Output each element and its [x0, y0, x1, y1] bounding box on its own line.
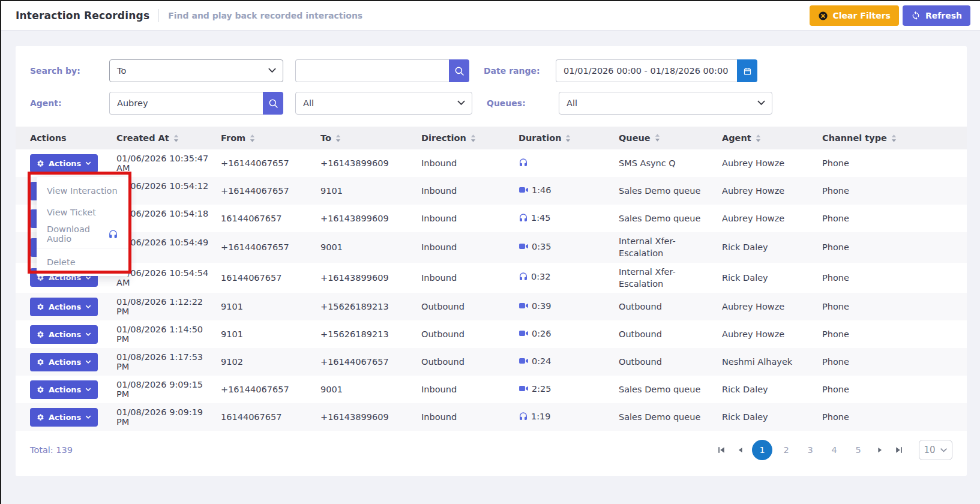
- sort-icon[interactable]: [470, 134, 476, 142]
- sort-icon[interactable]: [250, 134, 255, 142]
- from-cell: 16144067657: [221, 412, 320, 422]
- filters-section: Search by: To Date range: Agent:: [16, 46, 967, 115]
- filter-row-1: Search by: To Date range:: [30, 59, 952, 82]
- channel-type-cell: Phone: [822, 158, 967, 168]
- agent-search-button[interactable]: [263, 92, 283, 115]
- to-cell: 9001: [320, 385, 421, 394]
- filter-row-2: Agent: All Queues: All: [30, 92, 952, 115]
- created-at-cell: 01/08/2026 1:12:22 PM: [116, 297, 221, 316]
- page-button-5[interactable]: 5: [848, 440, 868, 460]
- menu-item-view-ticket[interactable]: View Ticket: [37, 202, 128, 223]
- column-header-from: From: [221, 133, 320, 143]
- queue-cell: Outbound: [619, 298, 722, 316]
- page-button-1[interactable]: 1: [752, 440, 772, 460]
- from-cell: 16144067657: [221, 273, 320, 283]
- agent-cell: Rick Daley: [722, 242, 822, 252]
- agent-cell: Aubrey Howze: [722, 302, 822, 311]
- sort-icon[interactable]: [335, 134, 341, 142]
- actions-button[interactable]: Actions: [30, 298, 98, 316]
- chevron-down-icon: [85, 304, 91, 309]
- prev-page-button[interactable]: [733, 442, 748, 458]
- to-cell: +16143899609: [320, 158, 421, 168]
- to-cell: 9001: [320, 242, 421, 252]
- headphones-icon: [519, 272, 528, 281]
- chevron-down-icon: [268, 66, 277, 76]
- column-header-actions: Actions: [16, 133, 116, 143]
- page-button-2[interactable]: 2: [776, 440, 796, 460]
- table-row: Actions 01/06/2026 10:54:54 AM 161440676…: [16, 263, 967, 293]
- video-camera-icon: [519, 328, 529, 338]
- table-row: Actions 01/08/2026 9:09:19 PM 1614406765…: [16, 403, 967, 431]
- actions-button[interactable]: Actions: [30, 380, 98, 399]
- from-cell: +16144067657: [221, 242, 320, 252]
- queue-cell: SMS Async Q: [619, 154, 722, 172]
- sort-icon[interactable]: [565, 134, 571, 142]
- created-at-cell: 01/06/2026 10:35:47 AM: [116, 154, 221, 173]
- actions-button[interactable]: Actions: [30, 154, 98, 173]
- from-cell: 16144067657: [221, 214, 320, 223]
- video-camera-icon: [519, 383, 529, 394]
- agent-cell: Neshmi Alhayek: [722, 357, 822, 367]
- agent-cell: Rick Daley: [722, 412, 822, 422]
- duration-cell: 0:39: [519, 301, 619, 313]
- search-icon: [454, 66, 464, 76]
- queue-cell: Internal Xfer-Escalation: [619, 232, 722, 263]
- created-at-cell: 01/08/2026 1:17:53 PM: [116, 352, 221, 371]
- search-button[interactable]: [449, 59, 469, 82]
- page-size-select[interactable]: 10: [919, 440, 952, 460]
- video-camera-icon: [519, 241, 529, 251]
- direction-cell: Inbound: [421, 214, 519, 223]
- table-row: Actions 01/08/2026 9:09:15 PM +161440676…: [16, 376, 967, 403]
- queues-select[interactable]: All: [559, 92, 772, 115]
- direction-cell: Inbound: [421, 158, 519, 168]
- actions-button-label: Actions: [49, 159, 81, 168]
- first-page-button[interactable]: [714, 442, 729, 458]
- next-page-button[interactable]: [872, 442, 888, 458]
- actions-button[interactable]: Actions: [30, 408, 98, 427]
- sort-icon[interactable]: [173, 134, 179, 142]
- circle-x-icon: [818, 11, 828, 21]
- calendar-button[interactable]: [737, 59, 757, 82]
- channel-type-cell: Phone: [822, 329, 967, 339]
- refresh-button[interactable]: Refresh: [903, 5, 970, 26]
- actions-button[interactable]: Actions: [30, 325, 98, 344]
- queues-value: All: [567, 98, 577, 108]
- agent-cell: Rick Daley: [722, 385, 822, 394]
- menu-item-download-audio[interactable]: Download Audio: [37, 223, 128, 245]
- sort-icon[interactable]: [891, 134, 897, 142]
- direction-cell: Outbound: [421, 357, 519, 367]
- search-by-select[interactable]: To: [109, 59, 283, 82]
- actions-button-label: Actions: [49, 330, 81, 339]
- table-row: Actions 01/08/2026 1:17:53 PM 9102 +1614…: [16, 348, 967, 376]
- actions-cell: Actions: [16, 298, 116, 316]
- refresh-icon: [911, 11, 921, 20]
- clear-filters-button[interactable]: Clear Filters: [810, 5, 899, 26]
- search-input[interactable]: [295, 59, 449, 82]
- actions-button-label: Actions: [49, 358, 81, 367]
- actions-dropdown-menu: View Interaction View Ticket Download Au…: [37, 177, 128, 276]
- page-button-3[interactable]: 3: [800, 440, 820, 460]
- menu-item-view-interaction[interactable]: View Interaction: [37, 180, 128, 202]
- date-range-input[interactable]: [556, 59, 737, 82]
- calendar-icon: [743, 67, 752, 76]
- chevron-down-icon: [757, 98, 766, 108]
- actions-cell: Actions: [16, 325, 116, 344]
- last-page-button[interactable]: [891, 442, 907, 458]
- actions-button[interactable]: Actions: [30, 353, 98, 371]
- to-cell: +15626189213: [320, 302, 421, 311]
- actions-cell: Actions: [16, 353, 116, 371]
- agent-cell: Aubrey Howze: [722, 158, 822, 168]
- sort-icon[interactable]: [655, 134, 660, 142]
- chevron-down-icon: [457, 98, 466, 108]
- agent-input[interactable]: [109, 92, 263, 115]
- to-cell: +15626189213: [320, 329, 421, 339]
- duration-value: 2:25: [532, 384, 552, 394]
- queue-cell: Outbound: [619, 325, 722, 343]
- created-at-cell: 01/06/2026 10:54:54 AM: [116, 268, 221, 287]
- menu-item-delete[interactable]: Delete: [37, 251, 128, 273]
- video-camera-icon: [519, 185, 529, 195]
- sort-icon[interactable]: [756, 134, 761, 142]
- gear-icon: [37, 413, 44, 421]
- page-button-4[interactable]: 4: [824, 440, 844, 460]
- agent-filter-select[interactable]: All: [295, 92, 472, 115]
